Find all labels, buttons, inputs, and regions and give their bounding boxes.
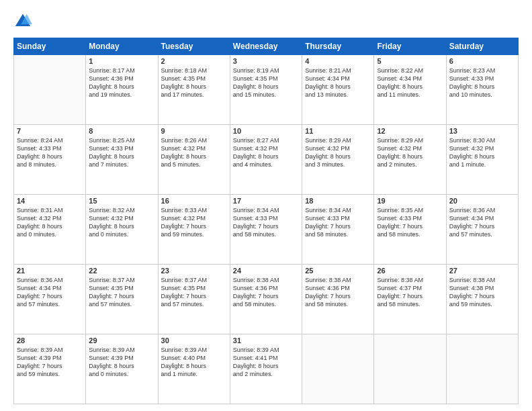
cell-content: Sunrise: 8:33 AMSunset: 4:32 PMDaylight:… xyxy=(161,206,227,239)
day-number: 28 xyxy=(17,336,83,345)
calendar-cell: 14Sunrise: 8:31 AMSunset: 4:32 PMDayligh… xyxy=(14,195,86,265)
day-number: 25 xyxy=(305,267,371,275)
calendar-cell: 27Sunrise: 8:38 AMSunset: 4:38 PMDayligh… xyxy=(446,265,518,334)
calendar-cell: 28Sunrise: 8:39 AMSunset: 4:39 PMDayligh… xyxy=(14,334,86,404)
col-header-sunday: Sunday xyxy=(14,38,86,55)
day-number: 8 xyxy=(89,127,154,135)
calendar-cell: 19Sunrise: 8:35 AMSunset: 4:33 PMDayligh… xyxy=(374,195,446,265)
week-row-3: 14Sunrise: 8:31 AMSunset: 4:32 PMDayligh… xyxy=(14,195,519,265)
cell-content: Sunrise: 8:24 AMSunset: 4:33 PMDaylight:… xyxy=(17,136,83,169)
header xyxy=(13,12,519,31)
day-number: 10 xyxy=(233,127,299,135)
calendar-cell: 22Sunrise: 8:37 AMSunset: 4:35 PMDayligh… xyxy=(86,265,158,334)
calendar-cell: 4Sunrise: 8:21 AMSunset: 4:34 PMDaylight… xyxy=(302,55,374,125)
calendar-cell xyxy=(446,334,518,404)
cell-content: Sunrise: 8:36 AMSunset: 4:34 PMDaylight:… xyxy=(449,206,515,239)
cell-content: Sunrise: 8:38 AMSunset: 4:37 PMDaylight:… xyxy=(377,276,443,309)
day-number: 2 xyxy=(161,57,227,65)
day-number: 15 xyxy=(89,197,154,205)
cell-content: Sunrise: 8:17 AMSunset: 4:36 PMDaylight:… xyxy=(89,66,154,99)
calendar-cell: 24Sunrise: 8:38 AMSunset: 4:36 PMDayligh… xyxy=(230,265,302,334)
calendar-cell: 9Sunrise: 8:26 AMSunset: 4:32 PMDaylight… xyxy=(158,125,230,195)
calendar-cell xyxy=(374,334,446,404)
day-number: 11 xyxy=(305,127,371,135)
calendar-cell: 7Sunrise: 8:24 AMSunset: 4:33 PMDaylight… xyxy=(14,125,86,195)
cell-content: Sunrise: 8:31 AMSunset: 4:32 PMDaylight:… xyxy=(17,206,83,239)
calendar-cell: 20Sunrise: 8:36 AMSunset: 4:34 PMDayligh… xyxy=(446,195,518,265)
col-header-monday: Monday xyxy=(86,38,158,55)
day-number: 29 xyxy=(89,336,154,345)
calendar-cell: 18Sunrise: 8:34 AMSunset: 4:33 PMDayligh… xyxy=(302,195,374,265)
day-number: 31 xyxy=(233,336,299,345)
day-number: 9 xyxy=(161,127,227,135)
cell-content: Sunrise: 8:27 AMSunset: 4:32 PMDaylight:… xyxy=(233,136,299,169)
calendar-cell: 10Sunrise: 8:27 AMSunset: 4:32 PMDayligh… xyxy=(230,125,302,195)
logo-icon xyxy=(13,12,32,31)
cell-content: Sunrise: 8:34 AMSunset: 4:33 PMDaylight:… xyxy=(305,206,371,239)
cell-content: Sunrise: 8:38 AMSunset: 4:36 PMDaylight:… xyxy=(233,276,299,309)
calendar-cell: 8Sunrise: 8:25 AMSunset: 4:33 PMDaylight… xyxy=(86,125,158,195)
calendar-cell: 21Sunrise: 8:36 AMSunset: 4:34 PMDayligh… xyxy=(14,265,86,334)
calendar-cell: 30Sunrise: 8:39 AMSunset: 4:40 PMDayligh… xyxy=(158,334,230,404)
day-number: 14 xyxy=(17,197,83,205)
day-number: 4 xyxy=(305,57,371,65)
calendar-cell: 12Sunrise: 8:29 AMSunset: 4:32 PMDayligh… xyxy=(374,125,446,195)
week-row-1: 1Sunrise: 8:17 AMSunset: 4:36 PMDaylight… xyxy=(14,55,519,125)
calendar-cell: 13Sunrise: 8:30 AMSunset: 4:32 PMDayligh… xyxy=(446,125,518,195)
cell-content: Sunrise: 8:37 AMSunset: 4:35 PMDaylight:… xyxy=(161,276,227,309)
calendar-cell xyxy=(14,55,86,125)
day-number: 21 xyxy=(17,267,83,275)
col-header-tuesday: Tuesday xyxy=(158,38,230,55)
day-number: 24 xyxy=(233,267,299,275)
calendar-cell: 5Sunrise: 8:22 AMSunset: 4:34 PMDaylight… xyxy=(374,55,446,125)
cell-content: Sunrise: 8:26 AMSunset: 4:32 PMDaylight:… xyxy=(161,136,227,169)
day-number: 1 xyxy=(89,57,154,65)
calendar-header-row: SundayMondayTuesdayWednesdayThursdayFrid… xyxy=(14,38,519,55)
calendar-table: SundayMondayTuesdayWednesdayThursdayFrid… xyxy=(13,38,519,404)
col-header-wednesday: Wednesday xyxy=(230,38,302,55)
logo xyxy=(13,12,35,31)
calendar-cell: 26Sunrise: 8:38 AMSunset: 4:37 PMDayligh… xyxy=(374,265,446,334)
calendar-cell: 3Sunrise: 8:19 AMSunset: 4:35 PMDaylight… xyxy=(230,55,302,125)
col-header-thursday: Thursday xyxy=(302,38,374,55)
day-number: 12 xyxy=(377,127,443,135)
cell-content: Sunrise: 8:29 AMSunset: 4:32 PMDaylight:… xyxy=(305,136,371,169)
calendar-cell: 16Sunrise: 8:33 AMSunset: 4:32 PMDayligh… xyxy=(158,195,230,265)
col-header-friday: Friday xyxy=(374,38,446,55)
calendar-cell: 15Sunrise: 8:32 AMSunset: 4:32 PMDayligh… xyxy=(86,195,158,265)
day-number: 19 xyxy=(377,197,443,205)
cell-content: Sunrise: 8:29 AMSunset: 4:32 PMDaylight:… xyxy=(377,136,443,169)
cell-content: Sunrise: 8:39 AMSunset: 4:39 PMDaylight:… xyxy=(89,346,154,379)
col-header-saturday: Saturday xyxy=(446,38,518,55)
day-number: 17 xyxy=(233,197,299,205)
week-row-4: 21Sunrise: 8:36 AMSunset: 4:34 PMDayligh… xyxy=(14,265,519,334)
cell-content: Sunrise: 8:36 AMSunset: 4:34 PMDaylight:… xyxy=(17,276,83,309)
cell-content: Sunrise: 8:18 AMSunset: 4:35 PMDaylight:… xyxy=(161,66,227,99)
day-number: 22 xyxy=(89,267,154,275)
cell-content: Sunrise: 8:35 AMSunset: 4:33 PMDaylight:… xyxy=(377,206,443,239)
day-number: 3 xyxy=(233,57,299,65)
cell-content: Sunrise: 8:38 AMSunset: 4:38 PMDaylight:… xyxy=(449,276,515,309)
calendar-cell: 6Sunrise: 8:23 AMSunset: 4:33 PMDaylight… xyxy=(446,55,518,125)
cell-content: Sunrise: 8:39 AMSunset: 4:39 PMDaylight:… xyxy=(17,346,83,379)
cell-content: Sunrise: 8:38 AMSunset: 4:36 PMDaylight:… xyxy=(305,276,371,309)
calendar-cell: 29Sunrise: 8:39 AMSunset: 4:39 PMDayligh… xyxy=(86,334,158,404)
day-number: 30 xyxy=(161,336,227,345)
day-number: 27 xyxy=(449,267,515,275)
day-number: 23 xyxy=(161,267,227,275)
day-number: 6 xyxy=(449,57,515,65)
calendar-cell: 1Sunrise: 8:17 AMSunset: 4:36 PMDaylight… xyxy=(86,55,158,125)
cell-content: Sunrise: 8:32 AMSunset: 4:32 PMDaylight:… xyxy=(89,206,154,239)
day-number: 26 xyxy=(377,267,443,275)
calendar-cell: 11Sunrise: 8:29 AMSunset: 4:32 PMDayligh… xyxy=(302,125,374,195)
calendar-cell: 25Sunrise: 8:38 AMSunset: 4:36 PMDayligh… xyxy=(302,265,374,334)
cell-content: Sunrise: 8:22 AMSunset: 4:34 PMDaylight:… xyxy=(377,66,443,99)
cell-content: Sunrise: 8:34 AMSunset: 4:33 PMDaylight:… xyxy=(233,206,299,239)
cell-content: Sunrise: 8:30 AMSunset: 4:32 PMDaylight:… xyxy=(449,136,515,169)
week-row-2: 7Sunrise: 8:24 AMSunset: 4:33 PMDaylight… xyxy=(14,125,519,195)
week-row-5: 28Sunrise: 8:39 AMSunset: 4:39 PMDayligh… xyxy=(14,334,519,404)
cell-content: Sunrise: 8:39 AMSunset: 4:41 PMDaylight:… xyxy=(233,346,299,379)
page: SundayMondayTuesdayWednesdayThursdayFrid… xyxy=(0,0,532,411)
calendar-cell: 17Sunrise: 8:34 AMSunset: 4:33 PMDayligh… xyxy=(230,195,302,265)
calendar-cell: 23Sunrise: 8:37 AMSunset: 4:35 PMDayligh… xyxy=(158,265,230,334)
